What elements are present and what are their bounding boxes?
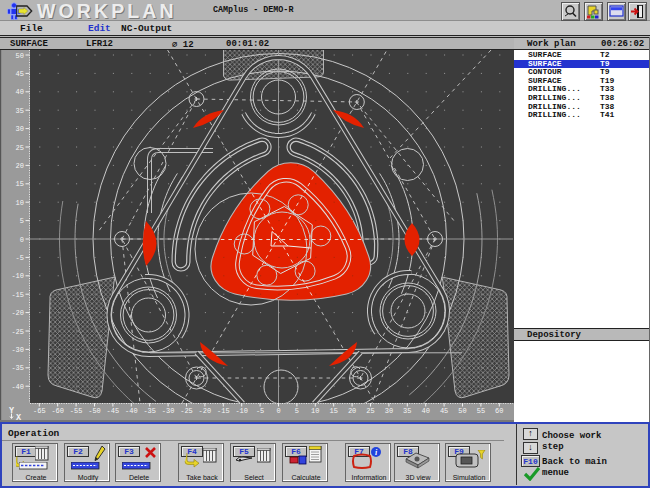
svg-text:-65: -65 (33, 407, 46, 415)
svg-text:-40: -40 (125, 407, 138, 415)
svg-text:-40: -40 (11, 383, 24, 391)
svg-text:-25: -25 (180, 407, 193, 415)
svg-text:-35: -35 (11, 364, 24, 372)
svg-text:-5: -5 (256, 407, 264, 415)
svg-text:-55: -55 (70, 407, 83, 415)
svg-text:30: 30 (385, 407, 393, 415)
svg-text:0: 0 (20, 236, 24, 244)
svg-text:35: 35 (403, 407, 411, 415)
svg-text:-5: -5 (16, 254, 24, 262)
svg-text:-15: -15 (217, 407, 230, 415)
svg-text:10: 10 (311, 407, 319, 415)
svg-text:25: 25 (366, 407, 374, 415)
svg-text:20: 20 (348, 407, 356, 415)
svg-text:-15: -15 (11, 291, 24, 299)
svg-text:55: 55 (477, 407, 485, 415)
svg-text:15: 15 (16, 180, 24, 188)
svg-text:20: 20 (16, 162, 24, 170)
svg-text:30: 30 (16, 125, 24, 133)
svg-text:0: 0 (276, 407, 280, 415)
svg-text:-50: -50 (88, 407, 101, 415)
svg-text:50: 50 (16, 52, 24, 60)
svg-text:60: 60 (495, 407, 503, 415)
svg-text:-30: -30 (11, 346, 24, 354)
svg-text:-20: -20 (11, 309, 24, 317)
svg-text:45: 45 (16, 70, 24, 78)
svg-text:25: 25 (16, 144, 24, 152)
svg-text:-10: -10 (11, 272, 24, 280)
svg-text:40: 40 (16, 88, 24, 96)
svg-text:15: 15 (329, 407, 337, 415)
svg-text:-10: -10 (235, 407, 248, 415)
svg-text:-45: -45 (107, 407, 120, 415)
svg-text:-35: -35 (143, 407, 156, 415)
svg-text:40: 40 (421, 407, 429, 415)
svg-text:-25: -25 (11, 328, 24, 336)
svg-text:35: 35 (16, 107, 24, 115)
svg-text:-30: -30 (162, 407, 175, 415)
svg-text:5: 5 (20, 217, 24, 225)
svg-text:10: 10 (16, 199, 24, 207)
svg-text:-20: -20 (199, 407, 212, 415)
svg-text:50: 50 (458, 407, 466, 415)
svg-text:-60: -60 (51, 407, 64, 415)
svg-text:5: 5 (295, 407, 299, 415)
svg-text:X: X (16, 413, 22, 422)
svg-text:45: 45 (440, 407, 448, 415)
